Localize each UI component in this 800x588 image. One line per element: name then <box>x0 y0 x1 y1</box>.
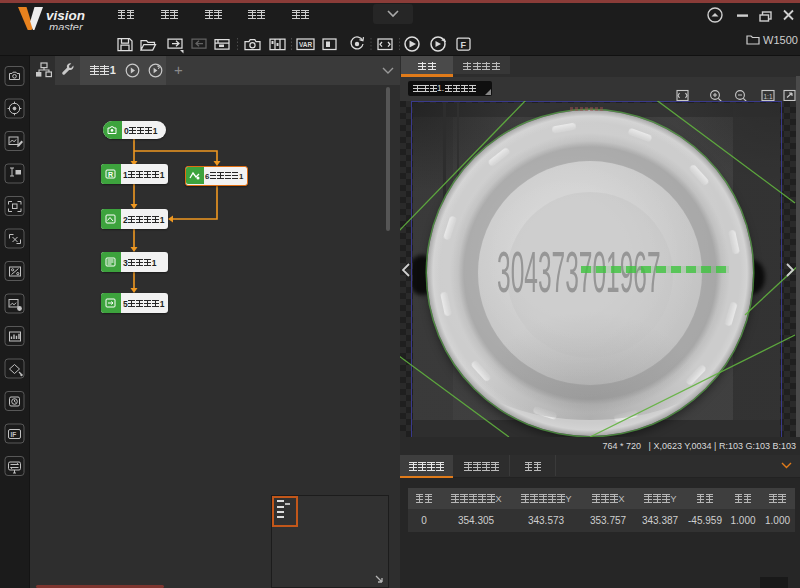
svg-text:F: F <box>461 40 467 50</box>
svg-text:1:1: 1:1 <box>764 93 773 100</box>
svg-text:IF: IF <box>11 431 17 438</box>
svg-text:VAR: VAR <box>299 41 313 48</box>
svg-text:R: R <box>108 171 113 178</box>
